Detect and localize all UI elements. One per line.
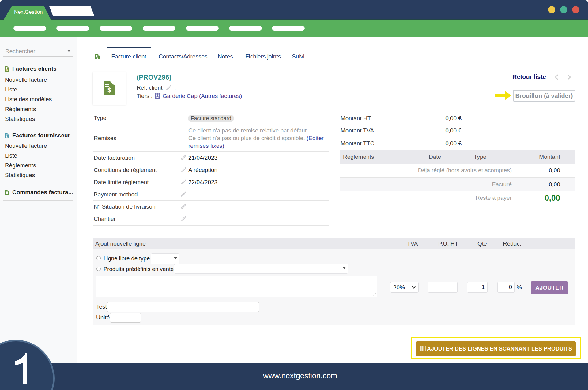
svg-text:$: $: [107, 86, 111, 94]
svg-text:$: $: [6, 135, 8, 138]
svg-text:$: $: [6, 69, 8, 72]
svg-text:$: $: [97, 56, 98, 59]
